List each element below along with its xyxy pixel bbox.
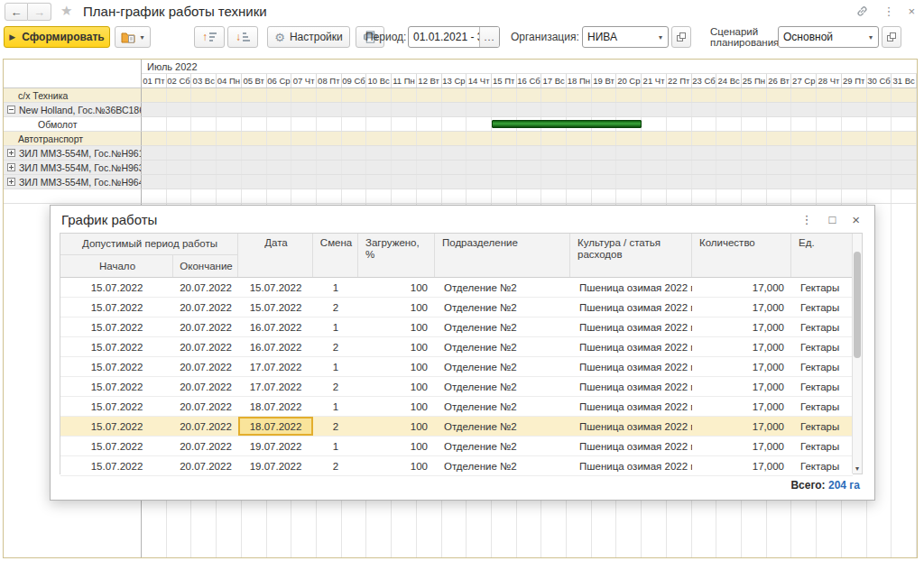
gantt-cell[interactable] <box>267 161 292 174</box>
schedule-row[interactable]: 15.07.202220.07.202219.07.20221100Отделе… <box>60 437 853 456</box>
gantt-cell[interactable] <box>517 132 542 145</box>
gantt-cell[interactable] <box>291 132 317 145</box>
schedule-cell[interactable]: Отделение №2 <box>435 437 570 455</box>
schedule-cell[interactable]: Отделение №2 <box>435 397 570 416</box>
gantt-cell[interactable] <box>317 189 342 203</box>
gantt-cell[interactable] <box>366 175 392 189</box>
schedule-cell[interactable]: Гектары <box>791 456 853 475</box>
scenario-input[interactable]: Основной <box>779 27 864 47</box>
schedule-cell[interactable]: 15.07.2022 <box>60 377 173 396</box>
gantt-cell[interactable] <box>267 175 292 189</box>
gantt-cell[interactable] <box>616 103 642 116</box>
column-header-end[interactable]: Окончание <box>173 255 238 277</box>
organization-input[interactable]: НИВА <box>583 27 653 47</box>
gantt-cell[interactable] <box>767 161 792 174</box>
gantt-cell[interactable] <box>366 88 392 102</box>
more-menu-icon[interactable]: ⋮ <box>882 5 894 18</box>
gantt-cell[interactable] <box>242 175 267 189</box>
gantt-cell[interactable] <box>267 103 292 116</box>
schedule-row[interactable]: 15.07.202220.07.202217.07.20221100Отделе… <box>60 357 853 377</box>
schedule-cell[interactable]: 17,000 <box>692 437 791 455</box>
gantt-cell[interactable] <box>442 189 467 203</box>
gantt-cell[interactable] <box>317 161 342 174</box>
gantt-cell[interactable] <box>167 117 192 131</box>
schedule-row[interactable]: 15.07.202220.07.202217.07.20222100Отделе… <box>60 377 853 397</box>
scenario-open-button[interactable] <box>882 26 901 48</box>
schedule-cell[interactable]: Гектары <box>791 397 853 416</box>
schedule-cell[interactable]: 15.07.2022 <box>60 397 173 416</box>
gantt-cell[interactable] <box>742 117 767 131</box>
gantt-cell[interactable] <box>892 132 917 145</box>
gantt-cell[interactable] <box>667 161 692 174</box>
gantt-cell[interactable] <box>791 132 817 145</box>
report-variants-button[interactable]: ▾ <box>115 26 151 48</box>
gantt-cell[interactable] <box>142 132 167 145</box>
schedule-cell[interactable]: 100 <box>358 437 435 455</box>
gantt-cell[interactable] <box>167 146 192 160</box>
schedule-cell[interactable]: 1 <box>313 317 358 336</box>
gantt-cell[interactable] <box>892 88 917 102</box>
gantt-cell[interactable] <box>642 117 667 131</box>
gantt-cell[interactable] <box>217 117 242 131</box>
schedule-cell[interactable]: Гектары <box>791 337 853 356</box>
gantt-cell[interactable] <box>191 132 217 145</box>
gantt-cell[interactable] <box>842 146 867 160</box>
gantt-cell[interactable] <box>842 132 867 145</box>
schedule-cell[interactable]: 18.07.2022 <box>238 397 313 416</box>
gantt-cell[interactable] <box>541 146 567 160</box>
schedule-row[interactable]: 15.07.202220.07.202216.07.20222100Отделе… <box>60 337 853 357</box>
schedule-cell[interactable]: 100 <box>358 397 435 416</box>
gantt-cell[interactable] <box>191 189 217 203</box>
schedule-cell[interactable]: 15.07.2022 <box>60 437 173 455</box>
gantt-cell[interactable] <box>467 161 492 174</box>
gantt-cell[interactable] <box>716 117 742 131</box>
gantt-cell[interactable] <box>442 88 467 102</box>
gantt-cell[interactable] <box>342 132 367 145</box>
schedule-cell[interactable]: Гектары <box>791 298 853 317</box>
gantt-cell[interactable] <box>517 103 542 116</box>
schedule-cell[interactable]: 18.07.2022 <box>238 417 313 436</box>
schedule-cell[interactable]: 15.07.2022 <box>60 298 173 317</box>
gantt-cell[interactable] <box>267 146 292 160</box>
gantt-cell[interactable] <box>716 146 742 160</box>
gantt-cell[interactable] <box>142 117 167 131</box>
gantt-cell[interactable] <box>791 88 817 102</box>
close-icon[interactable]: × <box>908 5 915 18</box>
gantt-cell[interactable] <box>567 175 592 189</box>
gantt-cell[interactable] <box>392 189 417 203</box>
gantt-cell[interactable] <box>417 103 442 116</box>
schedule-cell[interactable]: 15.07.2022 <box>60 417 173 436</box>
schedule-cell[interactable]: Пшеница озимая 2022 г. <box>570 377 692 396</box>
column-header-department[interactable]: Подразделение <box>435 234 570 277</box>
schedule-cell[interactable]: Пшеница озимая 2022 г. <box>570 437 692 455</box>
gantt-cell[interactable] <box>467 117 492 131</box>
gantt-cell[interactable] <box>867 88 892 102</box>
organization-dropdown-icon[interactable]: ▾ <box>653 27 668 47</box>
expander-plus-icon[interactable] <box>7 149 15 157</box>
gantt-cell[interactable] <box>692 132 717 145</box>
schedule-cell[interactable]: Пшеница озимая 2022 г. <box>570 337 692 356</box>
gantt-cell[interactable] <box>541 132 567 145</box>
schedule-cell[interactable]: Отделение №2 <box>435 377 570 396</box>
gantt-cell[interactable] <box>817 146 842 160</box>
gantt-cell[interactable] <box>467 175 492 189</box>
gantt-cell[interactable] <box>492 175 517 189</box>
link-icon[interactable] <box>855 5 869 18</box>
gantt-cell[interactable] <box>692 103 717 116</box>
gantt-cell[interactable] <box>867 189 892 203</box>
gantt-cell[interactable] <box>567 146 592 160</box>
gantt-cell[interactable] <box>366 103 392 116</box>
expander-plus-icon[interactable] <box>7 163 15 171</box>
column-header-start[interactable]: Начало <box>60 255 173 277</box>
gantt-cell[interactable] <box>442 175 467 189</box>
gantt-cell[interactable] <box>417 132 442 145</box>
gantt-cell[interactable] <box>492 146 517 160</box>
gantt-cell[interactable] <box>467 189 492 203</box>
gantt-cell[interactable] <box>592 189 617 203</box>
schedule-cell[interactable]: 19.07.2022 <box>238 456 313 475</box>
gantt-cell[interactable] <box>342 146 367 160</box>
gantt-cell[interactable] <box>317 132 342 145</box>
gantt-cell[interactable] <box>541 175 567 189</box>
gantt-cell[interactable] <box>142 103 167 116</box>
gantt-cell[interactable] <box>667 175 692 189</box>
